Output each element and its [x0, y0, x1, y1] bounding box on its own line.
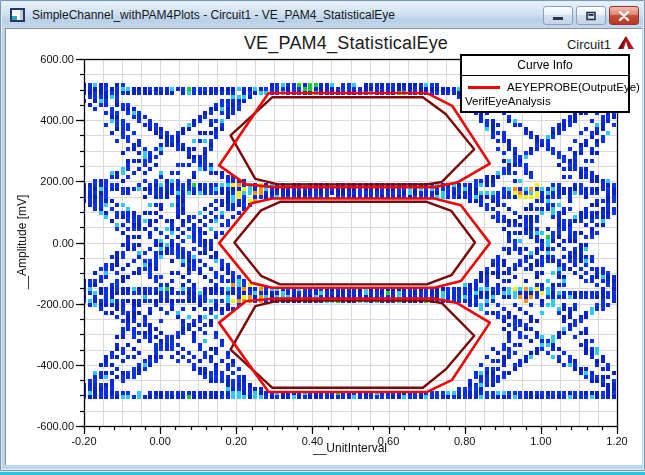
- minimize-icon: [552, 11, 564, 21]
- legend-analysis-label: VerifEyeAnalysis: [462, 94, 628, 111]
- window-controls: [543, 6, 639, 25]
- x-tick-label: 1.00: [517, 435, 565, 447]
- window-title: SimpleChannel_withPAM4Plots - Circuit1 -…: [32, 8, 395, 22]
- close-button[interactable]: [609, 6, 639, 25]
- x-tick-label: 1.20: [593, 435, 641, 447]
- close-icon: [618, 11, 630, 21]
- y-tick-label: 400.00: [18, 114, 74, 126]
- restore-button[interactable]: [576, 6, 606, 25]
- window-icon-detail2: [20, 10, 23, 20]
- legend-box[interactable]: Curve Info AEYEPROBE(OutputEye) VerifEye…: [460, 54, 630, 113]
- x-tick-label: 0.60: [365, 435, 413, 447]
- y-tick-label: -200.00: [18, 298, 74, 310]
- y-tick-label: -400.00: [18, 359, 74, 371]
- series-label: AEYEPROBE(OutputEye): [507, 81, 640, 93]
- plot-client-area: VE_PAM4_StatisticalEye Circuit1 __Amplit…: [5, 28, 642, 465]
- x-tick-label: -0.20: [60, 435, 108, 447]
- y-tick-label: -600.00: [18, 420, 74, 432]
- legend-series-row: AEYEPROBE(OutputEye): [462, 76, 628, 94]
- series-color-swatch: [468, 86, 500, 89]
- screen: SimpleChannel_withPAM4Plots - Circuit1 -…: [0, 0, 645, 475]
- plot-window: SimpleChannel_withPAM4Plots - Circuit1 -…: [0, 0, 645, 471]
- minimize-button[interactable]: [543, 6, 573, 25]
- x-tick-label: 0.80: [441, 435, 489, 447]
- restore-icon: [585, 11, 597, 21]
- plot-region: VE_PAM4_StatisticalEye Circuit1 __Amplit…: [6, 29, 642, 465]
- x-tick-label: 0.20: [212, 435, 260, 447]
- y-tick-label: 0.00: [18, 237, 74, 249]
- y-tick-label: 200.00: [18, 175, 74, 187]
- window-titlebar[interactable]: SimpleChannel_withPAM4Plots - Circuit1 -…: [2, 2, 643, 28]
- x-tick-label: 0.40: [288, 435, 336, 447]
- y-tick-label: 600.00: [18, 53, 74, 65]
- window-icon: [10, 8, 25, 22]
- x-tick-label: 0.00: [136, 435, 184, 447]
- window-icon-detail: [12, 16, 17, 20]
- legend-title: Curve Info: [462, 56, 628, 76]
